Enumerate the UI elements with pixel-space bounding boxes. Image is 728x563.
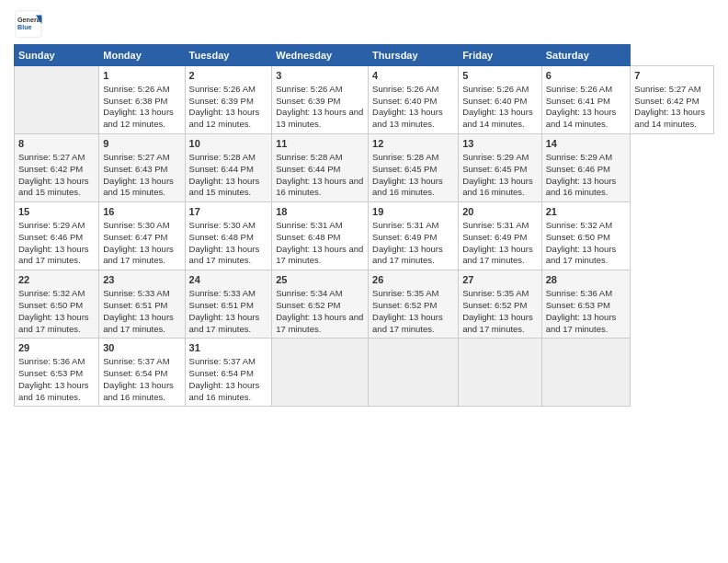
day-number: 21 xyxy=(546,205,627,219)
sunset-text: Sunset: 6:45 PM xyxy=(462,164,527,174)
day-number: 30 xyxy=(103,341,180,355)
calendar-cell: 14Sunrise: 5:29 AMSunset: 6:46 PMDayligh… xyxy=(541,134,631,202)
calendar-cell: 11Sunrise: 5:28 AMSunset: 6:44 PMDayligh… xyxy=(272,134,369,202)
daylight-text: Daylight: 13 hours and 16 minutes. xyxy=(103,380,174,402)
weekday-header-friday: Friday xyxy=(459,45,542,66)
day-number: 2 xyxy=(189,69,268,83)
calendar-cell: 24Sunrise: 5:33 AMSunset: 6:51 PMDayligh… xyxy=(185,270,272,339)
logo: General Blue xyxy=(14,9,43,39)
daylight-text: Daylight: 13 hours and 16 minutes. xyxy=(189,380,260,402)
calendar-cell: 15Sunrise: 5:29 AMSunset: 6:46 PMDayligh… xyxy=(15,202,99,270)
daylight-text: Daylight: 13 hours and 13 minutes. xyxy=(372,107,443,129)
sunset-text: Sunset: 6:46 PM xyxy=(546,164,610,174)
sunset-text: Sunset: 6:53 PM xyxy=(18,368,83,378)
sunrise-text: Sunrise: 5:28 AM xyxy=(372,152,438,162)
calendar-cell xyxy=(15,66,99,134)
sunrise-text: Sunrise: 5:28 AM xyxy=(189,152,256,162)
sunrise-text: Sunrise: 5:31 AM xyxy=(372,220,438,230)
calendar-cell: 10Sunrise: 5:28 AMSunset: 6:44 PMDayligh… xyxy=(185,134,272,202)
sunset-text: Sunset: 6:52 PM xyxy=(276,300,340,310)
sunrise-text: Sunrise: 5:34 AM xyxy=(276,288,342,298)
calendar-cell xyxy=(459,339,542,407)
daylight-text: Daylight: 13 hours and 12 minutes. xyxy=(189,107,260,129)
calendar-cell: 5Sunrise: 5:26 AMSunset: 6:40 PMDaylight… xyxy=(459,66,542,134)
sunrise-text: Sunrise: 5:35 AM xyxy=(372,288,438,298)
daylight-text: Daylight: 13 hours and 15 minutes. xyxy=(103,176,174,198)
calendar-cell: 2Sunrise: 5:26 AMSunset: 6:39 PMDaylight… xyxy=(185,66,272,134)
calendar-cell xyxy=(272,339,369,407)
sunset-text: Sunset: 6:44 PM xyxy=(189,164,254,174)
sunrise-text: Sunrise: 5:32 AM xyxy=(546,220,612,230)
sunset-text: Sunset: 6:49 PM xyxy=(462,232,527,242)
sunset-text: Sunset: 6:48 PM xyxy=(276,232,340,242)
sunrise-text: Sunrise: 5:36 AM xyxy=(546,288,612,298)
day-number: 12 xyxy=(372,137,454,151)
day-number: 31 xyxy=(189,341,268,355)
sunset-text: Sunset: 6:43 PM xyxy=(103,164,167,174)
sunset-text: Sunset: 6:48 PM xyxy=(189,232,254,242)
sunrise-text: Sunrise: 5:28 AM xyxy=(276,152,342,162)
sunrise-text: Sunrise: 5:33 AM xyxy=(189,288,256,298)
day-number: 4 xyxy=(372,69,454,83)
sunset-text: Sunset: 6:52 PM xyxy=(372,300,437,310)
day-number: 11 xyxy=(276,137,364,151)
day-number: 26 xyxy=(372,273,454,287)
calendar-cell: 26Sunrise: 5:35 AMSunset: 6:52 PMDayligh… xyxy=(369,270,459,339)
day-number: 3 xyxy=(276,69,364,83)
sunset-text: Sunset: 6:50 PM xyxy=(18,300,83,310)
calendar-cell: 9Sunrise: 5:27 AMSunset: 6:43 PMDaylight… xyxy=(99,134,185,202)
daylight-text: Daylight: 13 hours and 13 minutes. xyxy=(276,107,363,129)
calendar-cell: 20Sunrise: 5:31 AMSunset: 6:49 PMDayligh… xyxy=(459,202,542,270)
calendar-cell: 6Sunrise: 5:26 AMSunset: 6:41 PMDaylight… xyxy=(541,66,631,134)
calendar-cell: 29Sunrise: 5:36 AMSunset: 6:53 PMDayligh… xyxy=(15,339,99,407)
sunrise-text: Sunrise: 5:31 AM xyxy=(276,220,342,230)
sunrise-text: Sunrise: 5:27 AM xyxy=(18,152,85,162)
day-number: 29 xyxy=(18,341,95,355)
day-number: 10 xyxy=(189,137,268,151)
calendar-cell: 3Sunrise: 5:26 AMSunset: 6:39 PMDaylight… xyxy=(272,66,369,134)
sunrise-text: Sunrise: 5:29 AM xyxy=(462,152,529,162)
day-number: 7 xyxy=(634,69,710,83)
sunset-text: Sunset: 6:51 PM xyxy=(189,300,254,310)
day-number: 14 xyxy=(546,137,627,151)
sunrise-text: Sunrise: 5:26 AM xyxy=(462,84,529,94)
weekday-header-thursday: Thursday xyxy=(369,45,459,66)
day-number: 19 xyxy=(372,205,454,219)
daylight-text: Daylight: 13 hours and 17 minutes. xyxy=(18,244,89,266)
daylight-text: Daylight: 13 hours and 16 minutes. xyxy=(546,176,617,198)
daylight-text: Daylight: 13 hours and 17 minutes. xyxy=(372,312,443,334)
calendar-cell: 31Sunrise: 5:37 AMSunset: 6:54 PMDayligh… xyxy=(185,339,272,407)
calendar-week-3: 15Sunrise: 5:29 AMSunset: 6:46 PMDayligh… xyxy=(15,202,714,270)
weekday-header-monday: Monday xyxy=(99,45,185,66)
daylight-text: Daylight: 13 hours and 17 minutes. xyxy=(103,244,174,266)
day-number: 8 xyxy=(18,137,95,151)
calendar-cell: 22Sunrise: 5:32 AMSunset: 6:50 PMDayligh… xyxy=(15,270,99,339)
sunset-text: Sunset: 6:54 PM xyxy=(189,368,254,378)
day-number: 18 xyxy=(276,205,364,219)
daylight-text: Daylight: 13 hours and 15 minutes. xyxy=(189,176,260,198)
daylight-text: Daylight: 13 hours and 16 minutes. xyxy=(462,176,533,198)
calendar-cell: 25Sunrise: 5:34 AMSunset: 6:52 PMDayligh… xyxy=(272,270,369,339)
sunrise-text: Sunrise: 5:27 AM xyxy=(103,152,169,162)
calendar-cell: 23Sunrise: 5:33 AMSunset: 6:51 PMDayligh… xyxy=(99,270,185,339)
sunrise-text: Sunrise: 5:29 AM xyxy=(18,220,85,230)
calendar-week-1: 1Sunrise: 5:26 AMSunset: 6:38 PMDaylight… xyxy=(15,66,714,134)
sunset-text: Sunset: 6:40 PM xyxy=(462,96,527,106)
day-number: 15 xyxy=(18,205,95,219)
calendar-cell xyxy=(369,339,459,407)
calendar-cell: 28Sunrise: 5:36 AMSunset: 6:53 PMDayligh… xyxy=(541,270,631,339)
daylight-text: Daylight: 13 hours and 16 minutes. xyxy=(372,176,443,198)
svg-text:Blue: Blue xyxy=(17,23,32,31)
sunrise-text: Sunrise: 5:37 AM xyxy=(189,356,256,366)
day-number: 25 xyxy=(276,273,364,287)
daylight-text: Daylight: 13 hours and 17 minutes. xyxy=(189,312,260,334)
daylight-text: Daylight: 13 hours and 14 minutes. xyxy=(546,107,617,129)
day-number: 5 xyxy=(462,69,538,83)
day-number: 27 xyxy=(462,273,538,287)
day-number: 13 xyxy=(462,137,538,151)
daylight-text: Daylight: 13 hours and 17 minutes. xyxy=(189,244,260,266)
calendar-cell: 1Sunrise: 5:26 AMSunset: 6:38 PMDaylight… xyxy=(99,66,185,134)
daylight-text: Daylight: 13 hours and 17 minutes. xyxy=(546,244,617,266)
sunset-text: Sunset: 6:51 PM xyxy=(103,300,167,310)
logo-icon: General Blue xyxy=(14,9,43,39)
